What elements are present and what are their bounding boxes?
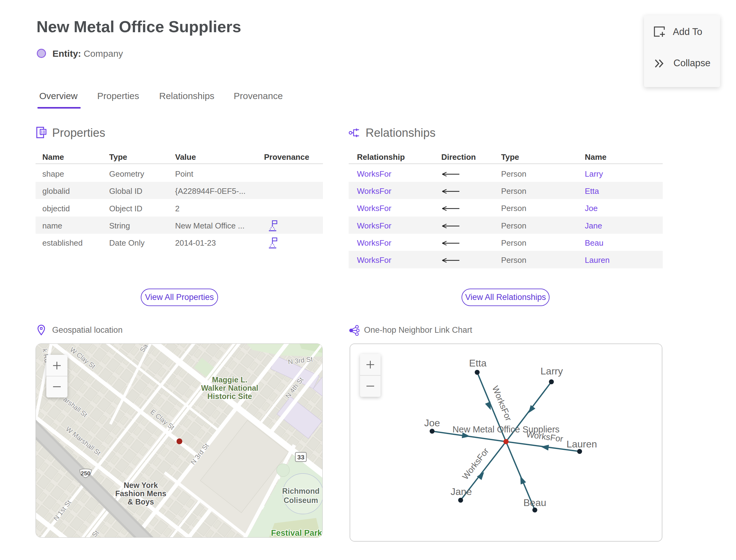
svg-text:Joe: Joe [424,417,440,428]
svg-text:New Metal Office Suppliers: New Metal Office Suppliers [452,424,559,434]
svg-text:& Boys: & Boys [128,497,154,506]
svg-text:Coliseum: Coliseum [284,496,318,504]
svg-text:Walker National: Walker National [201,384,259,392]
svg-text:Larry: Larry [541,366,563,377]
svg-text:Beau: Beau [523,497,546,508]
svg-text:Maggie L.: Maggie L. [212,375,247,384]
svg-text:New York: New York [124,481,158,489]
svg-text:Richmond: Richmond [282,487,320,495]
svg-text:Fashion Mens: Fashion Mens [115,489,167,498]
svg-text:Historic Site: Historic Site [207,392,252,401]
svg-text:Lauren: Lauren [566,439,597,450]
svg-text:33: 33 [297,454,304,461]
svg-text:250: 250 [81,470,90,477]
svg-text:Etta: Etta [469,358,487,369]
svg-text:Festival Park: Festival Park [271,528,323,538]
svg-text:Jane: Jane [450,486,472,497]
